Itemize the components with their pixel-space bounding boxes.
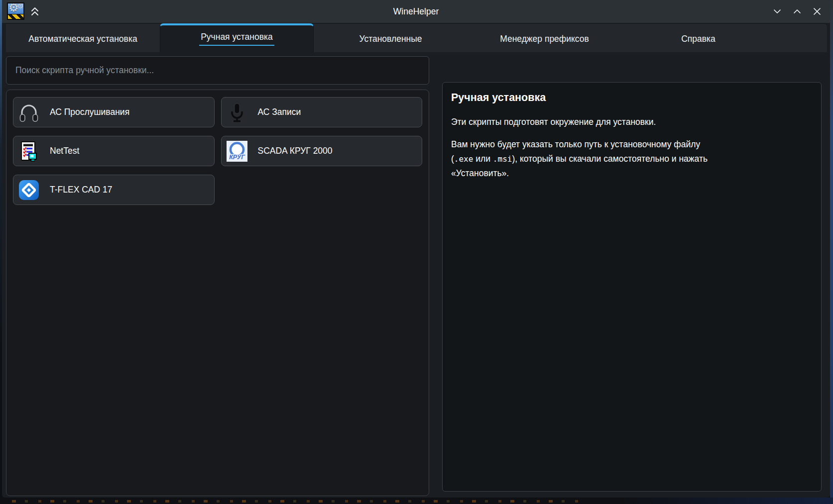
tab-automatic-install[interactable]: Автоматическая установка: [6, 23, 160, 52]
tab-manual-install[interactable]: Ручная установка: [160, 23, 314, 52]
inline-code: .msi: [493, 154, 512, 164]
close-button[interactable]: [811, 5, 824, 18]
script-button-scada-krug-2000[interactable]: КРУГ SCADA КРУГ 2000: [221, 136, 423, 166]
svg-text:КРУГ: КРУГ: [229, 153, 245, 160]
background-terminal-edge: [0, 498, 833, 504]
search-input[interactable]: [6, 56, 429, 85]
script-button-as-zapisi[interactable]: АС Записи: [221, 97, 423, 127]
info-text: ), который вы скачали самостоятельно и н…: [512, 154, 708, 164]
tab-label: Установленные: [359, 34, 422, 44]
script-button-as-proslushivaniya[interactable]: АС Прослушивания: [13, 97, 215, 127]
scripts-grid: АС Прослушивания АС Записи: [13, 97, 422, 205]
screen: ⚙ ⚙ WineHelper: [0, 0, 833, 504]
info-panel: Ручная установка Эти скрипты подготовят …: [442, 82, 822, 492]
tab-label: Справка: [681, 34, 715, 44]
script-button-tflex-cad-17[interactable]: T-FLEX CAD 17: [13, 175, 215, 205]
tab-installed[interactable]: Установленные: [314, 23, 468, 52]
minimize-button[interactable]: [771, 5, 784, 18]
microphone-icon: [227, 102, 247, 123]
tab-help[interactable]: Справка: [621, 23, 775, 52]
scripts-panel: АС Прослушивания АС Записи: [6, 90, 429, 496]
tab-bar-filler: [775, 23, 827, 52]
info-text: или: [473, 154, 493, 164]
tab-label: Автоматическая установка: [28, 34, 137, 44]
chevron-up-icon: [791, 5, 804, 18]
inline-code: .exe: [454, 154, 474, 164]
maximize-button[interactable]: [791, 5, 804, 18]
script-label: АС Прослушивания: [50, 107, 129, 117]
winehelper-window: ⚙ ⚙ WineHelper: [2, 0, 830, 498]
info-text: Вам нужно будет указать только путь к ус…: [451, 139, 700, 149]
script-label: T-FLEX CAD 17: [50, 185, 112, 195]
script-label: NetTest: [50, 146, 79, 156]
krug-logo-icon: КРУГ: [227, 141, 247, 162]
info-paragraph-1: Эти скрипты подготовят окружение для уст…: [451, 117, 813, 127]
window-controls: [771, 0, 824, 23]
info-text: «Установить».: [451, 168, 509, 178]
chevron-down-icon: [771, 5, 784, 18]
tab-label: Ручная установка: [199, 32, 274, 46]
script-button-nettest[interactable]: NetTest: [13, 136, 215, 166]
tflex-logo-icon: [18, 180, 39, 201]
tab-label: Менеджер префиксов: [500, 34, 589, 44]
window-title: WineHelper: [2, 0, 830, 23]
background-right-edge: [830, 0, 833, 504]
titlebar: ⚙ ⚙ WineHelper: [2, 0, 830, 23]
info-heading: Ручная установка: [451, 92, 813, 104]
script-label: АС Записи: [258, 107, 301, 117]
tab-prefix-manager[interactable]: Менеджер префиксов: [468, 23, 621, 52]
nettest-checklist-icon: [18, 141, 39, 162]
tab-bar: Автоматическая установка Ручная установк…: [6, 23, 827, 52]
script-label: SCADA КРУГ 2000: [258, 146, 333, 156]
close-icon: [811, 5, 824, 18]
headphones-icon: [18, 102, 39, 123]
info-paragraph-2: Вам нужно будет указать только путь к ус…: [451, 137, 813, 181]
